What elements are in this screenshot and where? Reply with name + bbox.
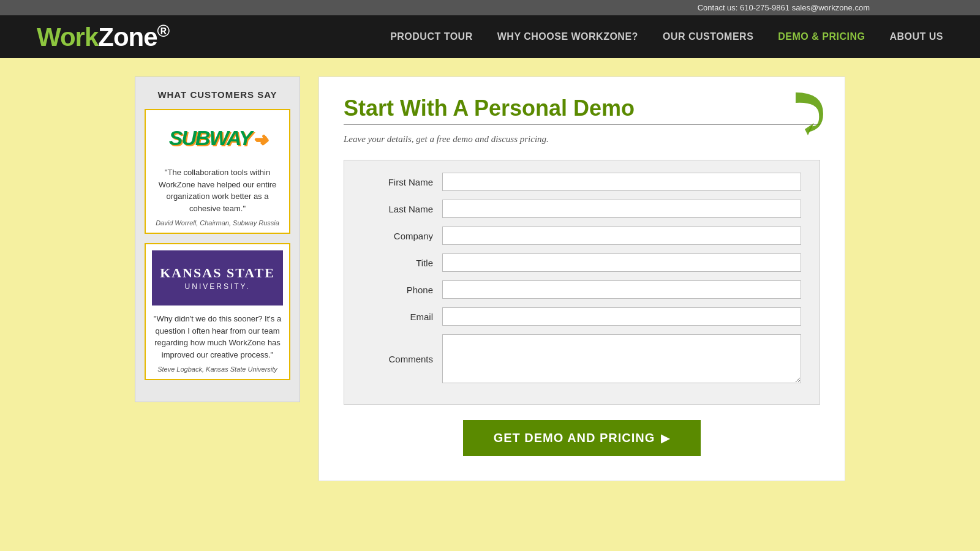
demo-form: First Name Last Name Company Title Phone… (344, 160, 820, 405)
submit-arrow: ▶ (661, 432, 670, 444)
first-name-label: First Name (363, 177, 442, 187)
comments-row: Comments (363, 334, 801, 383)
header: Contact us: 610-275-9861 sales@workzone.… (0, 0, 980, 58)
last-name-input[interactable] (442, 200, 801, 218)
submit-label: GET DEMO AND PRICING (494, 431, 655, 444)
nav-demo-pricing[interactable]: DEMO & PRICING (778, 31, 865, 42)
phone-label: Phone (363, 285, 442, 295)
phone-input[interactable] (442, 280, 801, 299)
title-label: Title (363, 258, 442, 268)
nav-about-us[interactable]: ABOUT US (889, 31, 943, 42)
comments-textarea[interactable] (442, 334, 801, 383)
form-title: Start With A Personal Demo (344, 96, 820, 121)
nav-bar: WorkZone® PRODUCT TOUR WHY CHOOSE WORKZO… (0, 15, 980, 58)
phone-row: Phone (363, 280, 801, 299)
subway-arrow: ➜ (252, 129, 266, 149)
sidebar-title: WHAT CUSTOMERS SAY (145, 89, 290, 100)
first-name-row: First Name (363, 173, 801, 191)
subway-attribution: David Worrell, Chairman, Subway Russia (152, 219, 283, 227)
form-subtitle: Leave your details, get a free demo and … (344, 134, 820, 144)
subway-logo: SUBWAY➜ (169, 126, 266, 150)
comments-label: Comments (363, 354, 442, 364)
title-input[interactable] (442, 253, 801, 272)
nav-why-choose[interactable]: WHY CHOOSE WORKZONE? (497, 31, 638, 42)
ksu-quote: "Why didn't we do this sooner? It's a qu… (152, 313, 283, 361)
company-row: Company (363, 227, 801, 245)
subway-card: SUBWAY➜ "The collaboration tools within … (145, 109, 290, 234)
arrow-decoration (790, 89, 826, 132)
email-input[interactable] (442, 307, 801, 326)
last-name-row: Last Name (363, 200, 801, 218)
ksu-attribution: Steve Logback, Kansas State University (152, 365, 283, 373)
ksu-logo-sub: UNIVERSITY. (185, 282, 251, 291)
form-area: Start With A Personal Demo Leave your de… (318, 77, 845, 481)
nav-product-tour[interactable]: PRODUCT TOUR (390, 31, 473, 42)
logo-work: Work (37, 23, 98, 51)
ksu-card: KANSAS STATE UNIVERSITY. "Why didn't we … (145, 243, 290, 380)
company-label: Company (363, 231, 442, 241)
email-row: Email (363, 307, 801, 326)
subway-quote: "The collaboration tools within WorkZone… (152, 167, 283, 214)
ksu-logo-main: KANSAS STATE (160, 265, 275, 281)
logo-text: WorkZone® (37, 23, 169, 51)
ksu-logo-container: KANSAS STATE UNIVERSITY. (152, 250, 283, 305)
submit-button[interactable]: GET DEMO AND PRICING▶ (463, 420, 701, 456)
email-label: Email (363, 312, 442, 322)
logo[interactable]: WorkZone® (37, 21, 169, 52)
logo-zone: Zone (98, 23, 157, 51)
nav-links: PRODUCT TOUR WHY CHOOSE WORKZONE? OUR CU… (390, 31, 943, 42)
form-divider (344, 124, 820, 125)
logo-dot: ® (157, 21, 170, 40)
last-name-label: Last Name (363, 204, 442, 214)
subway-logo-container: SUBWAY➜ (152, 116, 283, 159)
contact-info: Contact us: 610-275-9861 sales@workzone.… (698, 3, 870, 12)
sidebar: WHAT CUSTOMERS SAY SUBWAY➜ "The collabor… (135, 77, 300, 402)
main-content: WHAT CUSTOMERS SAY SUBWAY➜ "The collabor… (123, 58, 858, 500)
title-row: Title (363, 253, 801, 272)
nav-our-customers[interactable]: OUR CUSTOMERS (663, 31, 753, 42)
company-input[interactable] (442, 227, 801, 245)
first-name-input[interactable] (442, 173, 801, 191)
top-bar: Contact us: 610-275-9861 sales@workzone.… (0, 0, 980, 15)
